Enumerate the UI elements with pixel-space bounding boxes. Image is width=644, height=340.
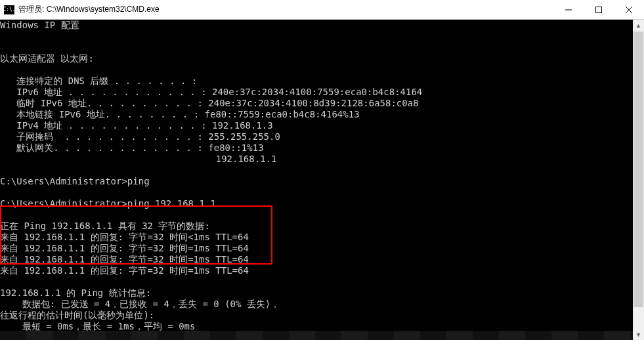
scroll-down-arrow-icon[interactable]: ▼ [633,329,644,340]
ping-reply: 来自 192.168.1.1 的回复: 字节=32 时间=1ms TTL=64 [0,254,249,265]
cmd-window: C:\. 管理员: C:\Windows\system32\CMD.exe Wi… [0,0,644,340]
close-button[interactable] [614,0,644,19]
out-line: 本地链接 IPv6 地址. . . . . . . . : fe80::7559… [0,109,360,119]
ping-stats: 数据包: 已发送 = 4，已接收 = 4，丢失 = 0 (0% 丢失)， [0,299,280,309]
ping-reply: 来自 192.168.1.1 的回复: 字节=32 时间<1ms TTL=64 [0,232,249,242]
out-line: IPv6 地址 . . . . . . . . . . . . : 240e:3… [0,87,422,97]
scroll-up-arrow-icon[interactable]: ▲ [633,20,644,31]
ping-stats: 最短 = 0ms，最长 = 1ms，平均 = 0ms [0,321,195,331]
terminal-viewport: Windows IP 配置 以太网适配器 以太网: 连接特定的 DNS 后缀 .… [0,20,644,340]
out-line: 连接特定的 DNS 后缀 . . . . . . . : [0,75,197,86]
ping-stats: 192.168.1.1 的 Ping 统计信息: [0,287,151,298]
window-title: 管理员: C:\Windows\system32\CMD.exe [18,4,553,15]
out-line: 临时 IPv6 地址. . . . . . . . . . : 240e:37c… [0,98,419,108]
svg-rect-1 [596,7,602,12]
terminal-output[interactable]: Windows IP 配置 以太网适配器 以太网: 连接特定的 DNS 后缀 .… [0,20,633,340]
out-line: C:\Users\Administrator>ping [0,176,150,186]
out-line: C:\Users\Administrator>ping 192.168.1.1 [0,198,216,209]
titlebar[interactable]: C:\. 管理员: C:\Windows\system32\CMD.exe [0,0,644,20]
ping-reply: 来自 192.168.1.1 的回复: 字节=32 时间=1ms TTL=64 [0,265,249,276]
minimize-button[interactable] [553,0,584,19]
taskbar-sliver [0,331,633,340]
out-line: Windows IP 配置 [0,20,79,30]
out-line: 192.168.1.1 [0,154,276,164]
vertical-scrollbar[interactable]: ▲ ▼ [633,20,644,340]
out-line: 默认网关. . . . . . . . . . . . . : fe80::1%… [0,142,264,153]
ping-header: 正在 Ping 192.168.1.1 具有 32 字节的数据: [0,221,210,231]
window-controls [553,0,644,19]
out-line: 以太网适配器 以太网: [0,53,94,64]
maximize-button[interactable] [584,0,614,19]
ping-reply: 来自 192.168.1.1 的回复: 字节=32 时间=1ms TTL=64 [0,243,249,253]
out-line: IPv4 地址 . . . . . . . . . . . . : 192.16… [0,120,273,131]
ping-stats: 往返行程的估计时间(以毫秒为单位): [0,310,154,320]
scroll-thumb[interactable] [633,32,643,307]
cmd-icon: C:\. [4,5,14,14]
out-line: 子网掩码 . . . . . . . . . . . . : 255.255.2… [0,131,280,142]
